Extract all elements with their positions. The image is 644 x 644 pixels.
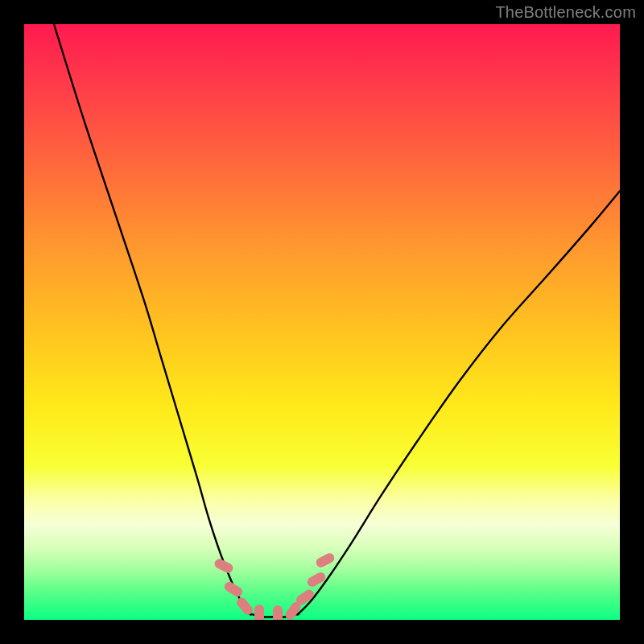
watermark-text: TheBottleneck.com (495, 3, 636, 22)
chart-stage: TheBottleneck.com (0, 0, 644, 644)
plot-area (24, 24, 620, 620)
bottleneck-curve (24, 24, 620, 620)
curve-path (54, 24, 620, 617)
